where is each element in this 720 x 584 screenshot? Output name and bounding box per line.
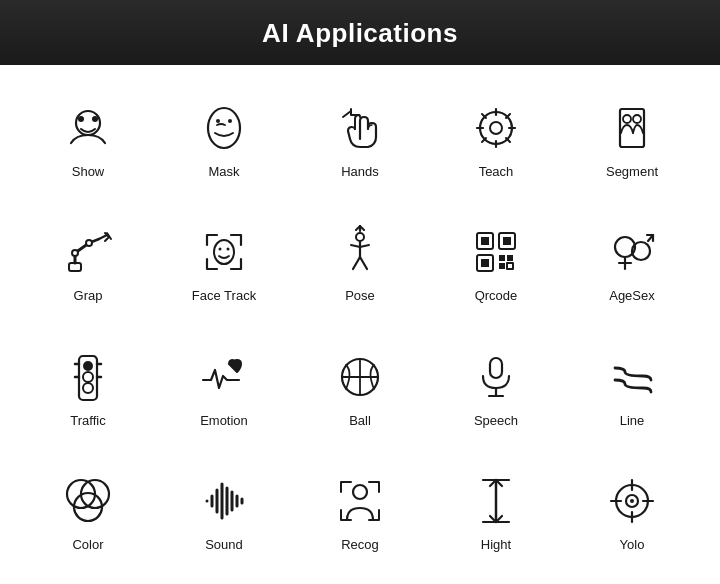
svg-rect-57 <box>490 358 502 378</box>
item-emotion[interactable]: Emotion <box>156 324 292 449</box>
line-icon <box>600 345 664 409</box>
svg-point-23 <box>214 240 234 264</box>
item-hands[interactable]: Hands <box>292 75 428 200</box>
ball-icon <box>328 345 392 409</box>
sound-icon <box>192 469 256 533</box>
svg-rect-40 <box>507 263 513 269</box>
hight-icon <box>464 469 528 533</box>
hight-label: Hight <box>481 537 511 552</box>
svg-point-17 <box>623 115 631 123</box>
color-label: Color <box>72 537 103 552</box>
svg-point-5 <box>228 119 232 123</box>
svg-rect-34 <box>503 237 511 245</box>
svg-point-22 <box>86 240 92 246</box>
item-ball[interactable]: Ball <box>292 324 428 449</box>
svg-point-24 <box>219 248 222 251</box>
svg-rect-38 <box>507 255 513 261</box>
agesex-label: AgeSex <box>609 288 655 303</box>
line-label: Line <box>620 413 645 428</box>
face-track-label: Face Track <box>192 288 256 303</box>
svg-point-2 <box>92 116 98 122</box>
qrcode-icon <box>464 220 528 284</box>
svg-point-18 <box>633 115 641 123</box>
agesex-icon <box>600 220 664 284</box>
emotion-label: Emotion <box>200 413 248 428</box>
show-icon <box>56 96 120 160</box>
item-pose[interactable]: Pose <box>292 200 428 325</box>
page-title: AI Applications <box>0 18 720 49</box>
segment-label: Segment <box>606 164 658 179</box>
svg-point-51 <box>83 383 93 393</box>
item-mask[interactable]: Mask <box>156 75 292 200</box>
item-agesex[interactable]: AgeSex <box>564 200 700 325</box>
teach-icon <box>464 96 528 160</box>
item-recog[interactable]: Recog <box>292 449 428 574</box>
svg-point-71 <box>353 485 367 499</box>
recog-label: Recog <box>341 537 379 552</box>
svg-rect-36 <box>481 259 489 267</box>
app-grid: Show Mask Hands <box>0 65 720 583</box>
svg-line-29 <box>360 257 367 269</box>
show-label: Show <box>72 164 105 179</box>
svg-point-4 <box>216 119 220 123</box>
speech-icon <box>464 345 528 409</box>
svg-point-49 <box>83 361 93 371</box>
svg-rect-39 <box>499 263 505 269</box>
recog-icon <box>328 469 392 533</box>
header: AI Applications <box>0 0 720 65</box>
item-traffic[interactable]: Traffic <box>20 324 156 449</box>
grap-icon <box>56 220 120 284</box>
traffic-icon <box>56 345 120 409</box>
svg-rect-32 <box>481 237 489 245</box>
item-grap[interactable]: Grap <box>20 200 156 325</box>
item-face-track[interactable]: Face Track <box>156 200 292 325</box>
qrcode-label: Qrcode <box>475 288 518 303</box>
yolo-icon <box>600 469 664 533</box>
ball-label: Ball <box>349 413 371 428</box>
segment-icon <box>600 96 664 160</box>
svg-point-7 <box>490 122 502 134</box>
item-color[interactable]: Color <box>20 449 156 574</box>
color-icon <box>56 469 120 533</box>
traffic-label: Traffic <box>70 413 105 428</box>
svg-point-77 <box>630 499 634 503</box>
svg-point-50 <box>83 372 93 382</box>
sound-label: Sound <box>205 537 243 552</box>
mask-label: Mask <box>208 164 239 179</box>
svg-point-1 <box>78 116 84 122</box>
svg-point-26 <box>356 233 364 241</box>
emotion-icon <box>192 345 256 409</box>
svg-rect-37 <box>499 255 505 261</box>
item-teach[interactable]: Teach <box>428 75 564 200</box>
item-line[interactable]: Line <box>564 324 700 449</box>
grap-label: Grap <box>74 288 103 303</box>
item-sound[interactable]: Sound <box>156 449 292 574</box>
hands-label: Hands <box>341 164 379 179</box>
item-qrcode[interactable]: Qrcode <box>428 200 564 325</box>
pose-label: Pose <box>345 288 375 303</box>
item-hight[interactable]: Hight <box>428 449 564 574</box>
speech-label: Speech <box>474 413 518 428</box>
item-show[interactable]: Show <box>20 75 156 200</box>
item-segment[interactable]: Segment <box>564 75 700 200</box>
mask-icon <box>192 96 256 160</box>
item-yolo[interactable]: Yolo <box>564 449 700 574</box>
svg-point-25 <box>227 248 230 251</box>
teach-label: Teach <box>479 164 514 179</box>
svg-line-28 <box>353 257 360 269</box>
svg-point-3 <box>208 108 240 148</box>
yolo-label: Yolo <box>620 537 645 552</box>
pose-icon <box>328 220 392 284</box>
hands-icon <box>328 96 392 160</box>
face-track-icon <box>192 220 256 284</box>
item-speech[interactable]: Speech <box>428 324 564 449</box>
svg-point-21 <box>72 250 78 256</box>
